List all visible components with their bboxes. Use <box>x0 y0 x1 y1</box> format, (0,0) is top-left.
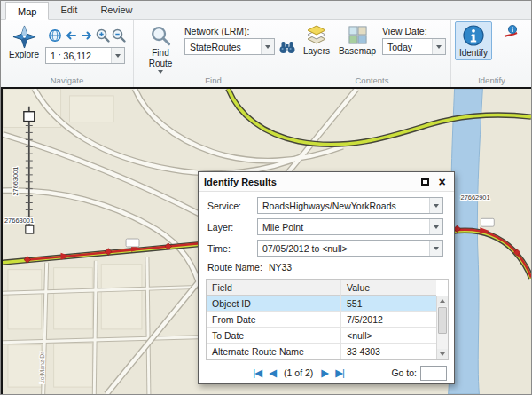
layer-arrow-icon[interactable] <box>429 219 442 234</box>
identify-button[interactable]: Identify <box>455 21 492 60</box>
panel-title: Identify Results <box>204 177 415 187</box>
contents-group-label: Contents <box>293 75 450 85</box>
identify-results-panel: Identify Results × Service: RoadsHighway… <box>198 171 455 384</box>
basemap-label: Basemap <box>339 46 376 56</box>
header-field: Field <box>207 280 341 296</box>
navigate-group-label: Navigate <box>1 75 133 85</box>
time-row: Time: 07/05/2012 to <null> <box>207 240 443 257</box>
view-date-arrow-icon[interactable] <box>432 39 445 54</box>
network-lrm-dropdown[interactable]: StateRoutes <box>184 38 275 55</box>
identify-results-titlebar[interactable]: Identify Results × <box>199 172 454 192</box>
network-dropdown-arrow-icon[interactable] <box>261 39 274 54</box>
zoom-out-icon[interactable] <box>111 28 127 43</box>
route-label-right: 27662901 <box>461 194 490 201</box>
tab-map[interactable]: Map <box>5 2 49 20</box>
route-name-label: Route Name: <box>207 262 262 273</box>
last-page-button[interactable]: ▶| <box>335 367 344 379</box>
layer-label: Layer: <box>207 222 257 233</box>
measure-end-handle[interactable] <box>26 225 34 233</box>
find-route-dropdown-icon <box>158 70 163 74</box>
network-lrm-label: Network (LRM): <box>184 26 250 36</box>
table-header: Field Value <box>207 280 436 296</box>
explore-compass-icon <box>12 25 36 49</box>
next-page-button[interactable]: ▶ <box>321 367 328 379</box>
view-date-value: Today <box>383 42 432 52</box>
time-dropdown[interactable]: 07/05/2012 to <null> <box>257 240 443 257</box>
scale-dropdown-arrow-icon[interactable] <box>111 48 124 63</box>
time-value: 07/05/2012 to <null> <box>258 243 429 254</box>
service-value: RoadsHighways/NewYorkRoads <box>258 201 429 211</box>
header-value: Value <box>341 280 436 296</box>
explore-button[interactable]: Explore <box>4 22 44 62</box>
service-label: Service: <box>207 201 257 211</box>
dock-icon <box>421 178 429 186</box>
route-label-left-vertical: 27663001 <box>12 167 20 196</box>
ribbon-group-find: Find Route Network (LRM): StateRoutes Fi… <box>134 20 293 87</box>
time-label: Time: <box>207 243 257 254</box>
table-scrollbar[interactable] <box>436 296 448 359</box>
network-lrm-value: StateRoutes <box>185 42 261 52</box>
scroll-up-button[interactable] <box>437 296 448 306</box>
route-name-value: NY33 <box>269 262 292 273</box>
street-label: Lo Manz Dr <box>39 352 45 383</box>
scroll-down-icon <box>440 352 445 356</box>
app-window: Map Edit Review Explore <box>0 0 532 395</box>
route-label-left: 27663001 <box>4 217 34 225</box>
time-arrow-icon[interactable] <box>429 241 442 256</box>
scroll-down-button[interactable] <box>437 349 448 359</box>
layers-icon <box>306 25 327 45</box>
table-row[interactable]: To Date <null> <box>207 328 436 344</box>
explore-label: Explore <box>9 50 39 59</box>
layers-label: Layers <box>303 46 330 56</box>
map-scale-value: 1 : 36,112 <box>46 51 111 61</box>
find-route-button[interactable]: Find Route <box>140 22 181 76</box>
table-row[interactable]: Alternate Route Name 33 4303 <box>207 344 436 359</box>
measure-handle[interactable] <box>24 112 35 122</box>
previous-extent-arrow-icon[interactable] <box>63 28 79 43</box>
map-canvas[interactable]: 27663001 27663001 27662901 Lo Manz Dr Id… <box>1 87 532 395</box>
basemap-button[interactable]: Basemap <box>336 22 379 59</box>
find-route-label-line1: Find <box>152 48 168 58</box>
identify-group-label: Identify <box>451 75 532 85</box>
table-row[interactable]: From Date 7/5/2012 <box>207 312 436 328</box>
service-dropdown[interactable]: RoadsHighways/NewYorkRoads <box>257 197 443 214</box>
layer-dropdown[interactable]: Mile Point <box>257 218 443 235</box>
zoom-in-icon[interactable] <box>95 28 111 43</box>
first-page-button[interactable]: |◀ <box>253 367 262 379</box>
identify-info-icon <box>462 24 485 47</box>
layer-value: Mile Point <box>258 222 429 233</box>
view-date-label: View Date: <box>382 26 427 36</box>
close-button[interactable]: × <box>435 175 449 188</box>
find-route-magnifier-icon <box>150 25 172 47</box>
service-arrow-icon[interactable] <box>429 198 442 213</box>
goto-label: Go to: <box>391 367 417 378</box>
previous-page-button[interactable]: ◀ <box>269 367 276 379</box>
dock-button[interactable] <box>419 175 432 188</box>
tab-review[interactable]: Review <box>89 1 144 19</box>
pagination-bar: |◀ ◀ (1 of 2) ▶ ▶| Go to: <box>206 364 447 382</box>
table-row[interactable]: Object ID 551 <box>207 296 436 312</box>
scrollbar-thumb[interactable] <box>438 307 447 334</box>
route-name: Route Name: NY33 <box>207 262 292 273</box>
basemap-icon <box>348 25 368 45</box>
tab-edit[interactable]: Edit <box>49 1 89 19</box>
goto-page-input[interactable] <box>420 366 447 381</box>
service-row: Service: RoadsHighways/NewYorkRoads <box>207 197 443 214</box>
view-date-dropdown[interactable]: Today <box>382 38 446 55</box>
next-extent-arrow-icon[interactable] <box>79 28 95 43</box>
map-scale-combo[interactable]: 1 : 36,112 <box>45 47 125 64</box>
find-route-label-line2: Route <box>149 59 173 68</box>
layers-button[interactable]: Layers <box>299 22 334 59</box>
ribbon-group-navigate: Explore 1 : 36,112 <box>1 20 134 87</box>
page-indicator: (1 of 2) <box>284 367 313 378</box>
ribbon: Explore 1 : 36,112 <box>1 20 531 87</box>
ribbon-tabs: Map Edit Review <box>1 1 531 20</box>
full-extent-globe-icon[interactable] <box>47 28 63 43</box>
navigate-tools <box>47 28 127 43</box>
ribbon-group-identify: Identify Identify <box>451 20 532 87</box>
ribbon-group-contents: Layers Basemap View Date: Today Contents <box>293 20 451 87</box>
attributes-table: Field Value Object ID 551 From Date 7/5/… <box>206 279 449 360</box>
identify-route-tool-icon[interactable] <box>503 24 519 40</box>
find-group-label: Find <box>134 75 293 85</box>
layer-row: Layer: Mile Point <box>207 218 443 235</box>
